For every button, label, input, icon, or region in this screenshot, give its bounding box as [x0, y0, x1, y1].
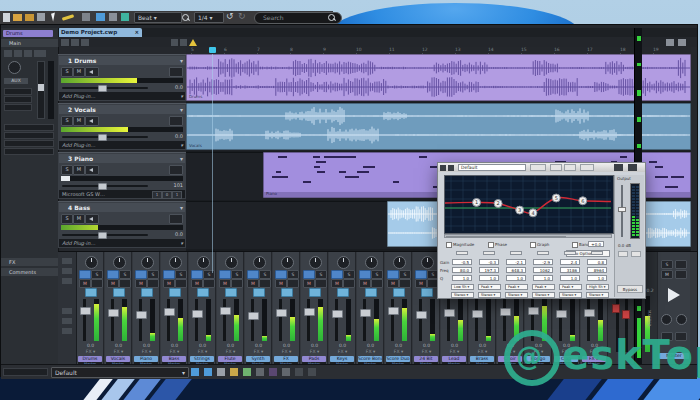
record-button[interactable] [175, 279, 187, 288]
meter-options-button[interactable] [169, 214, 183, 224]
pan-knob[interactable] [309, 256, 322, 269]
meter-options-button[interactable] [169, 165, 183, 175]
fx-bin-label[interactable]: FX ▾ [441, 349, 468, 354]
mute-button[interactable]: M [163, 279, 175, 288]
gutter-toggle[interactable] [62, 268, 72, 274]
save-icon[interactable] [37, 13, 45, 21]
band-channel-select[interactable]: Stereo ▾ [451, 292, 474, 298]
band-q[interactable]: 1.0 [479, 275, 499, 281]
output-fader-handle[interactable] [618, 207, 626, 212]
band-gain[interactable]: -0.5 [452, 259, 472, 265]
master-button[interactable] [661, 332, 673, 341]
volume-slider[interactable] [62, 87, 148, 89]
fx-bin-label[interactable]: FX ▾ [581, 349, 608, 354]
band-filter-select[interactable]: Peak ▾ [559, 284, 582, 290]
master-knob[interactable] [676, 314, 687, 325]
view-icon[interactable] [171, 39, 178, 46]
inspector-pan-knob[interactable] [8, 61, 21, 74]
band-enable[interactable] [564, 251, 576, 255]
band-enable[interactable] [591, 251, 603, 255]
fx-bin-label[interactable]: FX ▾ [469, 349, 496, 354]
fx-bin-label[interactable]: FX ▾ [161, 349, 188, 354]
volume-slider[interactable] [62, 136, 148, 138]
monitor-button[interactable] [169, 288, 181, 297]
solo-button[interactable]: S [315, 270, 327, 279]
mute-button[interactable]: M [387, 279, 399, 288]
quantize-dropdown[interactable]: 1/4 ▾ [194, 12, 224, 23]
fader-handle[interactable] [584, 309, 595, 317]
inspector-row[interactable] [4, 124, 54, 131]
mute-button[interactable]: M [73, 116, 85, 126]
pan-knob[interactable] [281, 256, 294, 269]
eq-graph-scrollbar[interactable] [444, 234, 612, 238]
status-icon[interactable] [256, 368, 264, 376]
draw-tool-icon[interactable] [62, 14, 74, 21]
status-icon[interactable] [269, 368, 277, 376]
pan-knob[interactable] [365, 256, 378, 269]
monitor-button[interactable] [309, 288, 321, 297]
clip-drums[interactable]: Drums [186, 54, 691, 101]
pan-knob[interactable] [225, 256, 238, 269]
inspector-aux-button[interactable]: AUX [4, 78, 28, 84]
band-filter-select[interactable]: High Sh ▾ [586, 284, 609, 290]
track-header-vocals[interactable]: 2 Vocals▾SM0.01.7Add Plug-in…▾ [58, 103, 186, 150]
tab-close-icon[interactable]: × [134, 28, 139, 37]
mute-button[interactable]: M [275, 279, 287, 288]
monitor-button[interactable] [85, 165, 99, 175]
send-slot[interactable] [4, 88, 32, 95]
status-icon[interactable] [230, 368, 238, 376]
monitor-button[interactable] [337, 288, 349, 297]
mute-button[interactable]: M [331, 279, 343, 288]
status-icon[interactable] [217, 368, 225, 376]
fader-handle[interactable] [136, 311, 147, 319]
fx-bin-label[interactable]: FX ▾ [497, 349, 524, 354]
record-button[interactable] [259, 279, 271, 288]
mute-button[interactable]: M [359, 279, 371, 288]
band-filter-select[interactable]: Peak ▾ [532, 284, 555, 290]
reset-button[interactable] [564, 164, 576, 171]
band-channel-select[interactable]: Stereo ▾ [586, 292, 609, 298]
mute-button[interactable]: M [191, 279, 203, 288]
bypass-button[interactable]: Bypass [617, 285, 643, 293]
band-q[interactable]: 1.0 [452, 275, 472, 281]
record-button[interactable] [147, 279, 159, 288]
view-icon[interactable] [71, 39, 79, 46]
record-button[interactable] [399, 279, 411, 288]
volume-slider[interactable] [62, 234, 148, 236]
checkbox-graph[interactable] [530, 242, 536, 248]
inspector-row[interactable] [4, 140, 54, 147]
snap-mode-dropdown[interactable]: Beat ▾ [134, 12, 182, 23]
input-echo-button[interactable] [247, 270, 259, 279]
solo-button[interactable]: S [231, 270, 243, 279]
band-freq[interactable]: 80.0 [452, 267, 472, 273]
fx-bin-label[interactable]: FX ▾ [245, 349, 272, 354]
volume-slider[interactable] [62, 185, 148, 187]
record-button[interactable] [203, 279, 215, 288]
band-filter-select[interactable]: Low Sh ▾ [451, 284, 474, 290]
undo-icon[interactable]: ↺ [226, 11, 234, 21]
monitor-button[interactable] [85, 67, 99, 77]
view-icon[interactable] [180, 39, 187, 46]
band-q[interactable]: 1.0 [506, 275, 526, 281]
fader-handle[interactable] [528, 307, 539, 315]
fader-handle[interactable] [38, 84, 44, 91]
fx-bin-label[interactable]: FX ▾ [413, 349, 440, 354]
fader-handle[interactable] [248, 312, 259, 320]
fader-handle[interactable] [220, 307, 231, 315]
status-icon[interactable] [191, 368, 199, 376]
solo-button[interactable]: S [61, 214, 73, 224]
input-echo-button[interactable] [191, 270, 203, 279]
solo-button[interactable]: S [343, 270, 355, 279]
monitor-button[interactable] [421, 288, 433, 297]
new-file-icon[interactable] [3, 13, 10, 22]
pan-knob[interactable] [85, 256, 98, 269]
input-echo-button[interactable] [331, 270, 343, 279]
inspector-icon[interactable] [14, 50, 22, 57]
fader-handle[interactable] [304, 308, 315, 316]
fx-bin-label[interactable]: FX ▾ [385, 349, 412, 354]
gutter-toggle[interactable] [62, 278, 72, 284]
monitor-button[interactable] [141, 288, 153, 297]
solo-button[interactable]: S [147, 270, 159, 279]
pan-knob[interactable] [197, 256, 210, 269]
monitor-button[interactable] [365, 288, 377, 297]
